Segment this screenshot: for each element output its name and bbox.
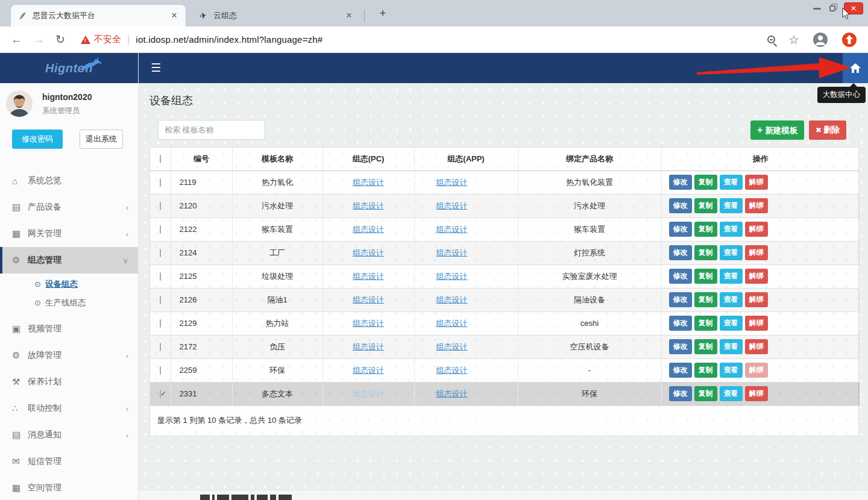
view-button[interactable]: 查看 — [720, 269, 743, 284]
row-checkbox[interactable] — [160, 272, 161, 281]
view-button[interactable]: 查看 — [720, 175, 743, 190]
forward-icon[interactable]: → — [33, 33, 45, 46]
edit-button[interactable]: 修改 — [669, 363, 692, 378]
app-design-link[interactable]: 组态设计 — [436, 319, 468, 328]
pc-design-link[interactable]: 组态设计 — [353, 201, 384, 210]
row-checkbox[interactable] — [160, 202, 161, 210]
view-button[interactable]: 查看 — [720, 339, 743, 354]
view-button[interactable]: 查看 — [720, 245, 743, 260]
browser-tab-active[interactable]: 思普云大数据平台 ✕ — [11, 5, 186, 27]
copy-button[interactable]: 复制 — [694, 222, 717, 237]
sidebar-item-空间管理[interactable]: ▦空间管理 — [0, 475, 138, 500]
view-button[interactable]: 查看 — [720, 386, 743, 401]
unbind-button[interactable]: 解绑 — [745, 175, 768, 190]
submenu-item-生产线组态[interactable]: ⊙生产线组态 — [0, 293, 138, 312]
app-design-link[interactable]: 组态设计 — [436, 201, 468, 210]
row-checkbox[interactable] — [160, 343, 161, 351]
profile-icon[interactable] — [813, 32, 828, 48]
security-chip[interactable]: ! 不安全 | — [81, 34, 136, 46]
tab-close-icon[interactable]: ✕ — [344, 10, 354, 21]
app-design-link[interactable]: 组态设计 — [436, 225, 468, 234]
copy-button[interactable]: 复制 — [694, 175, 717, 190]
view-button[interactable]: 查看 — [720, 363, 743, 378]
edit-button[interactable]: 修改 — [669, 339, 692, 354]
app-design-link[interactable]: 组态设计 — [436, 342, 468, 351]
sidebar-item-网关管理[interactable]: ▦网关管理‹ — [0, 220, 138, 247]
unbind-button[interactable]: 解绑 — [745, 363, 768, 378]
extension-badge-icon[interactable] — [841, 32, 857, 48]
app-design-link[interactable]: 组态设计 — [436, 178, 468, 187]
unbind-button[interactable]: 解绑 — [745, 269, 768, 284]
hamburger-menu-icon[interactable]: ☰ — [151, 61, 161, 75]
copy-button[interactable]: 复制 — [694, 386, 717, 401]
unbind-button[interactable]: 解绑 — [745, 222, 768, 237]
copy-button[interactable]: 复制 — [694, 363, 717, 378]
sidebar-item-消息通知[interactable]: ▤消息通知‹ — [0, 422, 138, 448]
app-design-link[interactable]: 组态设计 — [436, 295, 468, 304]
copy-button[interactable]: 复制 — [694, 245, 717, 260]
url-text[interactable]: iot.idosp.net/admin/index.html?language=… — [136, 34, 322, 45]
row-checkbox[interactable] — [160, 225, 161, 234]
unbind-button[interactable]: 解绑 — [745, 386, 768, 401]
pc-design-link[interactable]: 组态设计 — [353, 248, 384, 257]
row-checkbox[interactable] — [160, 249, 161, 257]
app-design-link[interactable]: 组态设计 — [436, 272, 468, 281]
unbind-button[interactable]: 解绑 — [745, 245, 768, 260]
view-button[interactable]: 查看 — [720, 292, 743, 307]
sidebar-item-联动控制[interactable]: ∴联动控制‹ — [0, 395, 138, 422]
pc-design-link[interactable]: 组态设计 — [353, 272, 384, 281]
app-design-link[interactable]: 组态设计 — [436, 389, 468, 398]
unbind-button[interactable]: 解绑 — [745, 292, 768, 307]
edit-button[interactable]: 修改 — [669, 222, 692, 237]
view-button[interactable]: 查看 — [720, 198, 743, 213]
back-icon[interactable]: ← — [11, 33, 22, 46]
sidebar-item-故障管理[interactable]: ⚙故障管理‹ — [0, 342, 138, 369]
edit-button[interactable]: 修改 — [669, 245, 692, 260]
window-close-button[interactable]: ✕ — [844, 2, 863, 14]
select-all-checkbox[interactable] — [160, 155, 161, 163]
search-input[interactable] — [158, 120, 265, 140]
row-checkbox[interactable] — [160, 296, 161, 304]
window-minimize-button[interactable] — [813, 8, 821, 10]
app-design-link[interactable]: 组态设计 — [436, 366, 468, 375]
pc-design-link[interactable]: 组态设计 — [353, 319, 384, 328]
pc-design-link[interactable]: 组态设计 — [353, 366, 384, 375]
app-design-link[interactable]: 组态设计 — [436, 248, 468, 257]
row-checkbox[interactable] — [160, 319, 161, 328]
sidebar-item-组态管理[interactable]: ⚙组态管理∨ — [0, 247, 138, 273]
change-password-button[interactable]: 修改密码 — [12, 130, 63, 149]
bookmark-star-icon[interactable]: ☆ — [788, 34, 799, 46]
pc-design-link[interactable]: 组态设计 — [353, 295, 384, 304]
sidebar-item-短信管理[interactable]: ✉短信管理 — [0, 448, 138, 475]
new-tab-button[interactable]: + — [375, 7, 391, 20]
home-button[interactable] — [843, 53, 868, 83]
copy-button[interactable]: 复制 — [694, 292, 717, 307]
copy-button[interactable]: 复制 — [694, 339, 717, 354]
unbind-button[interactable]: 解绑 — [745, 339, 768, 354]
view-button[interactable]: 查看 — [720, 316, 743, 331]
pc-design-link[interactable]: 组态设计 — [353, 225, 384, 234]
unbind-button[interactable]: 解绑 — [745, 198, 768, 213]
logout-button[interactable]: 退出系统 — [80, 130, 123, 149]
edit-button[interactable]: 修改 — [669, 198, 692, 213]
pc-design-link[interactable]: 组态设计 — [353, 342, 384, 351]
edit-button[interactable]: 修改 — [669, 292, 692, 307]
row-checkbox[interactable] — [160, 390, 161, 398]
pc-design-link[interactable]: 组态设计 — [353, 389, 384, 398]
reload-icon[interactable]: ↻ — [55, 33, 65, 46]
tab-close-icon[interactable]: ✕ — [169, 10, 180, 21]
pc-design-link[interactable]: 组态设计 — [353, 178, 384, 187]
select-all-header[interactable] — [150, 148, 171, 170]
row-checkbox[interactable] — [160, 366, 161, 375]
unbind-button[interactable]: 解绑 — [745, 316, 768, 331]
view-button[interactable]: 查看 — [720, 222, 743, 237]
edit-button[interactable]: 修改 — [669, 175, 692, 190]
edit-button[interactable]: 修改 — [669, 316, 692, 331]
copy-button[interactable]: 复制 — [694, 316, 717, 331]
edit-button[interactable]: 修改 — [669, 386, 692, 401]
row-checkbox[interactable] — [160, 178, 161, 187]
copy-button[interactable]: 复制 — [694, 198, 717, 213]
sidebar-item-保养计划[interactable]: ⚒保养计划 — [0, 369, 138, 395]
sidebar-item-产品设备[interactable]: ▤产品设备‹ — [0, 194, 138, 220]
create-template-button[interactable]: 新建模板 — [750, 120, 804, 140]
